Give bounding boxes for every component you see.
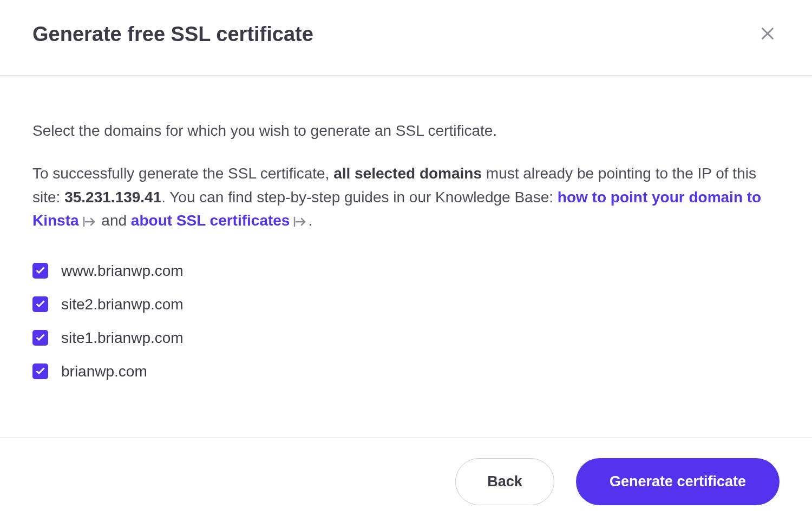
domain-checkbox[interactable] [32,263,48,279]
info-ip: 35.231.139.41 [64,189,161,206]
domain-item[interactable]: brianwp.com [32,363,780,380]
intro-text: Select the domains for which you wish to… [32,119,780,142]
check-icon [36,367,45,376]
domain-label: brianwp.com [61,363,147,380]
close-button[interactable] [756,22,780,47]
domain-item[interactable]: www.brianwp.com [32,262,780,280]
domain-item[interactable]: site2.brianwp.com [32,296,780,313]
external-link-icon [293,216,307,228]
info-and: and [97,212,131,229]
info-pre: To successfully generate the SSL certifi… [32,165,333,182]
modal-header: Generate free SSL certificate [0,0,812,76]
back-button[interactable]: Back [455,458,554,505]
domain-checkbox[interactable] [32,330,48,346]
modal-footer: Back Generate certificate [0,437,812,529]
generate-certificate-button[interactable]: Generate certificate [576,458,780,505]
ssl-modal: Generate free SSL certificate Select the… [0,0,812,529]
modal-body: Select the domains for which you wish to… [0,76,812,437]
info-text: To successfully generate the SSL certifi… [32,162,780,232]
domain-label: www.brianwp.com [61,262,184,280]
external-link-icon [82,216,96,228]
domain-label: site2.brianwp.com [61,296,184,313]
domain-item[interactable]: site1.brianwp.com [32,329,780,347]
check-icon [36,266,45,276]
domain-label: site1.brianwp.com [61,329,184,347]
close-icon [760,26,775,43]
modal-title: Generate free SSL certificate [32,23,313,46]
check-icon [36,300,45,309]
info-bold-domains: all selected domains [333,165,482,182]
domain-checkbox[interactable] [32,296,48,312]
check-icon [36,333,45,343]
domain-checkbox[interactable] [32,363,48,379]
domain-list: www.brianwp.com site2.brianwp.com site1.… [32,262,780,380]
info-mid2: . You can find step-by-step guides in ou… [161,189,558,206]
info-end: . [308,212,312,229]
link-about-ssl[interactable]: about SSL certificates [131,212,290,229]
